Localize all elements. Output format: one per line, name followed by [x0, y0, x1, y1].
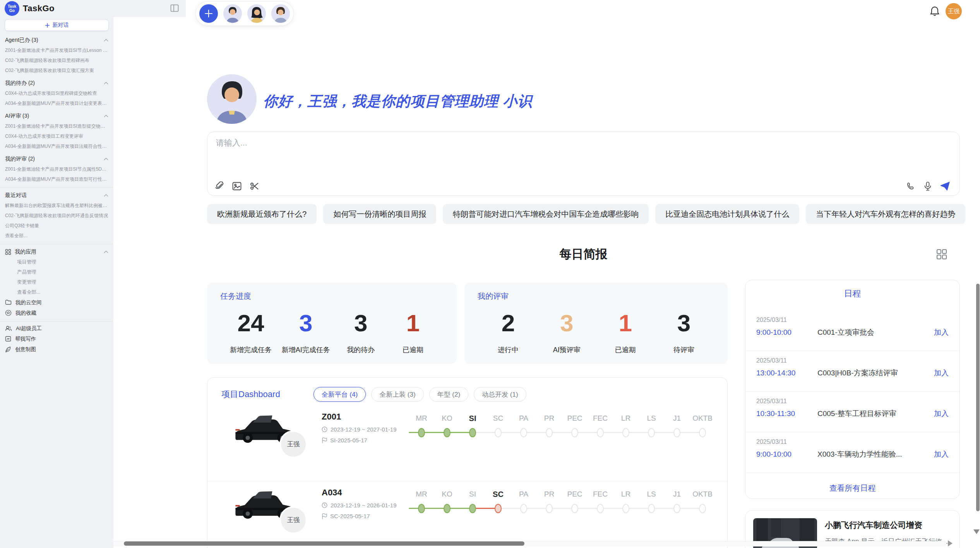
sidebar-task-item[interactable]: Z001-全新燃油皮卡产品开发项目SI节点Lesson Learn报告	[0, 45, 113, 55]
milestone-label: KO	[434, 490, 460, 498]
sidebar-section-agent-done[interactable]: Agent已办 (3)	[0, 35, 113, 45]
vertical-scrollbar-thumb[interactable]	[976, 284, 980, 511]
milestone-dot	[418, 428, 425, 437]
send-icon[interactable]	[940, 182, 950, 191]
scroll-down-arrow[interactable]	[973, 529, 980, 534]
sidebar-section-recent[interactable]: 最近对话	[0, 190, 113, 200]
recent-chat-item[interactable]: 公司Q3轻卡销量	[0, 221, 113, 231]
suggestion-chip[interactable]: 比亚迪全固态电池计划具体说了什么	[655, 204, 799, 224]
schedule-title: 日程	[745, 288, 959, 300]
sidebar-item-ai-super-staff[interactable]: AI超级员工	[0, 323, 113, 334]
sidebar-item-help-write[interactable]: 帮我写作	[0, 334, 113, 344]
notification-bell-icon[interactable]	[930, 6, 940, 17]
sidebar-task-item[interactable]: A034-全新新能源MUV产品开发项目造型可行性评审	[0, 174, 113, 184]
chevron-up-icon	[104, 158, 108, 161]
schedule-time: 13:00-14:30	[756, 369, 817, 377]
recent-chat-item[interactable]: C02-飞腾新能源轻客改款项目的闭环通告反馈情况	[0, 211, 113, 221]
agent-avatar-1[interactable]	[223, 4, 242, 23]
join-meeting-link[interactable]: 加入	[934, 327, 949, 337]
grid-layout-icon[interactable]	[936, 248, 947, 260]
ai-super-staff-label: AI超级员工	[16, 325, 42, 332]
new-chat-button[interactable]: 新对话	[5, 19, 109, 31]
schedule-item[interactable]: 2025/03/11 10:30-11:30 C005-整车工程目标评审 加入	[745, 392, 959, 432]
schedule-name: C005-整车工程目标评审	[817, 409, 934, 419]
suggestion-chip[interactable]: 如何写一份清晰的项目周报	[323, 204, 436, 224]
add-agent-button[interactable]	[199, 4, 218, 23]
card-title: 任务进度	[220, 291, 251, 301]
milestone-dot	[622, 504, 629, 513]
suggestion-chip[interactable]: 特朗普可能对进口汽车增税会对中国车企造成哪些影响	[443, 204, 649, 224]
join-meeting-link[interactable]: 加入	[934, 368, 949, 378]
chat-input[interactable]	[216, 137, 874, 173]
horizontal-scrollbar-thumb[interactable]	[124, 541, 524, 546]
agent-avatar-3[interactable]	[271, 4, 290, 23]
project-flag: SI-2025-05-17	[322, 437, 397, 444]
sidebar-item-creative-draw[interactable]: 创意制图	[0, 344, 113, 354]
sidebar-task-item[interactable]: C0X4-动力总成开发项目SI里程碑提交物检查	[0, 88, 113, 98]
sidebar-task-item[interactable]: Z001-全新燃油轻卡产品开发项目SI造型提交物评审	[0, 121, 113, 131]
tab-model-year[interactable]: 年型 (2)	[429, 387, 469, 402]
schedule-list: 2025/03/11 9:00-10:00 C001-立项审批会 加入 2025…	[745, 310, 959, 473]
app-item-change-mgmt[interactable]: 变更管理	[0, 277, 113, 287]
sidebar-task-item[interactable]: C02-飞腾新能源轻客改款项目里程碑画布	[0, 55, 113, 65]
collapse-sidebar-icon[interactable]	[170, 4, 179, 12]
suggestion-chip[interactable]: 欧洲新规最近颁布了什么?	[207, 204, 317, 224]
app-item-product-mgmt[interactable]: 产品管理	[0, 267, 113, 277]
sidebar-task-item[interactable]: A034-全新新能源MUV产品开发项目计划变更表编写	[0, 98, 113, 108]
sidebar-section-ai-review[interactable]: AI评审 (3)	[0, 111, 113, 121]
sidebar-task-item[interactable]: A034-全新新能源MUV产品开发项目法规符合性评审	[0, 141, 113, 151]
agent-avatar-2[interactable]	[247, 4, 266, 23]
sidebar-divider	[0, 321, 113, 322]
image-upload-icon[interactable]	[232, 182, 242, 190]
milestone-label: OKTB	[690, 490, 715, 498]
owner-name: 王强	[287, 516, 300, 524]
microphone-icon[interactable]	[924, 182, 932, 191]
schedule-date: 2025/03/11	[756, 398, 787, 405]
scroll-right-arrow[interactable]	[948, 540, 953, 546]
milestone-dot	[546, 428, 553, 437]
tab-powertrain[interactable]: 动总开发 (1)	[474, 387, 526, 402]
assistant-illustration	[207, 74, 257, 124]
schedule-name: C003|H0B-方案冻结评审	[817, 368, 934, 378]
creative-draw-label: 创意制图	[15, 346, 36, 353]
stat-pending-review: 3待评审	[663, 307, 705, 354]
apps-view-all[interactable]: 查看全部...	[0, 287, 113, 297]
join-meeting-link[interactable]: 加入	[934, 409, 949, 419]
attachment-icon[interactable]	[215, 182, 224, 191]
project-row-a034[interactable]: 王强 A034 2023-12-19 ~ 2026-01-19 SC-2025-…	[207, 481, 727, 548]
my-review-card: 我的评审 2进行中 3AI预评审 1已逾期 3待评审	[464, 283, 728, 364]
recent-view-all[interactable]: 查看全部...	[0, 231, 113, 241]
sidebar-task-item[interactable]: C02-飞腾新能源轻客改款项目立项汇报方案	[0, 65, 113, 75]
stat-new-ai-completed: 3新增AI完成任务	[282, 307, 330, 354]
phone-call-icon[interactable]	[906, 182, 915, 191]
schedule-item[interactable]: 2025/03/11 13:00-14:30 C003|H0B-方案冻结评审 加…	[745, 351, 959, 392]
sidebar-item-cloud-space[interactable]: 我的云空间	[0, 297, 113, 308]
recent-chat-item[interactable]: 解释最新出台的欧盟报废车法规再生塑料比例被调至15%...	[0, 200, 113, 211]
write-doc-icon	[5, 336, 11, 342]
user-avatar[interactable]: 王强	[946, 3, 962, 19]
view-all-schedule-link[interactable]: 查看所有日程	[745, 483, 959, 493]
tab-new-body[interactable]: 全新上装 (3)	[371, 387, 424, 402]
apps-grid-icon	[5, 249, 11, 255]
schedule-item[interactable]: 2025/03/11 9:00-10:00 X003-车辆动力学性能验... 加…	[745, 432, 959, 473]
suggestion-chip[interactable]: 当下年轻人对汽车外观有怎样的喜好趋势	[806, 204, 965, 224]
scissors-icon[interactable]	[250, 182, 259, 190]
flag-milestone: SC-2025-05-17	[330, 513, 370, 519]
tab-new-platform[interactable]: 全新平台 (4)	[314, 387, 366, 402]
join-meeting-link[interactable]: 加入	[934, 449, 949, 459]
composer-right-tools	[906, 182, 950, 191]
schedule-item[interactable]: 2025/03/11 9:00-10:00 C001-立项审批会 加入	[745, 310, 959, 351]
sidebar-section-my-apps[interactable]: 我的应用	[0, 247, 113, 257]
milestone-dot	[699, 504, 706, 513]
sidebar-item-favorites[interactable]: 我的收藏	[0, 308, 113, 318]
sidebar-section-my-todo[interactable]: 我的待办 (2)	[0, 78, 113, 88]
sidebar-section-my-review[interactable]: 我的评审 (2)	[0, 154, 113, 164]
milestone-label: PR	[536, 490, 562, 498]
sidebar-task-item[interactable]: C0X4-动力总成开发项目工程变更评审	[0, 131, 113, 141]
sidebar-task-item[interactable]: Z001-全新燃油轻卡产品开发项目SI节点属性5D文件评审	[0, 164, 113, 174]
plus-icon	[204, 9, 213, 18]
project-dates: 2023-12-19 ~ 2026-01-19	[322, 502, 397, 509]
app-item-project-mgmt[interactable]: 项目管理	[0, 257, 113, 267]
project-row-z001[interactable]: 王强 Z001 2023-12-19 ~ 2027-01-19 SI-2025-…	[207, 406, 727, 481]
app-title: TaskGo	[23, 3, 55, 14]
